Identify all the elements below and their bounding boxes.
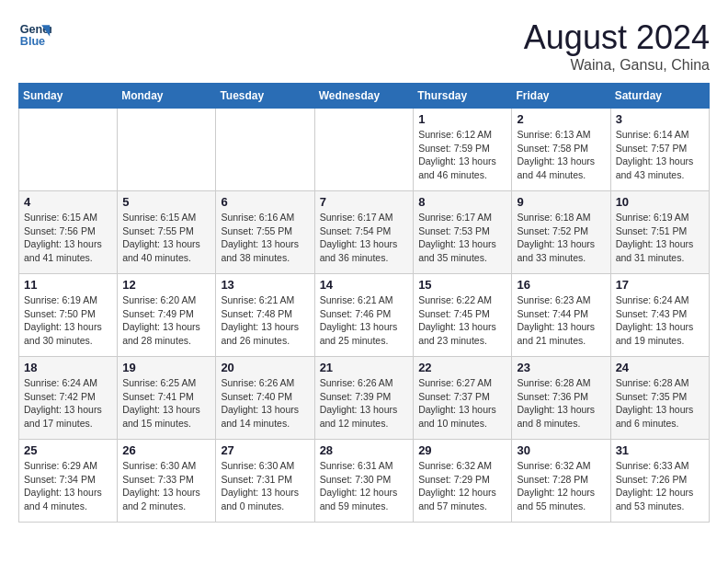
calendar-cell: 14Sunrise: 6:21 AM Sunset: 7:46 PM Dayli… [314, 274, 414, 357]
calendar-cell [19, 109, 118, 191]
day-info: Sunrise: 6:24 AM Sunset: 7:42 PM Dayligh… [24, 376, 112, 431]
day-number: 21 [320, 361, 409, 374]
day-info: Sunrise: 6:30 AM Sunset: 7:31 PM Dayligh… [221, 459, 309, 513]
calendar-cell: 3Sunrise: 6:14 AM Sunset: 7:57 PM Daylig… [610, 109, 709, 191]
day-info: Sunrise: 6:28 AM Sunset: 7:36 PM Dayligh… [517, 376, 605, 431]
calendar-cell [118, 109, 216, 191]
page-title: August 2024 [524, 18, 710, 57]
col-header-friday: Friday [512, 84, 610, 109]
day-number: 25 [24, 443, 112, 457]
day-number: 7 [320, 195, 409, 209]
day-number: 9 [517, 195, 605, 209]
calendar-week-row: 1Sunrise: 6:12 AM Sunset: 7:59 PM Daylig… [19, 109, 710, 191]
calendar-week-row: 4Sunrise: 6:15 AM Sunset: 7:56 PM Daylig… [19, 191, 710, 274]
day-info: Sunrise: 6:15 AM Sunset: 7:55 PM Dayligh… [122, 211, 210, 265]
day-info: Sunrise: 6:17 AM Sunset: 7:54 PM Dayligh… [320, 211, 409, 265]
calendar-header-row: SundayMondayTuesdayWednesdayThursdayFrid… [19, 84, 710, 109]
day-info: Sunrise: 6:26 AM Sunset: 7:39 PM Dayligh… [320, 376, 409, 431]
day-number: 8 [418, 195, 506, 209]
calendar-table: SundayMondayTuesdayWednesdayThursdayFrid… [18, 83, 710, 523]
day-number: 10 [616, 195, 704, 209]
calendar-cell: 26Sunrise: 6:30 AM Sunset: 7:33 PM Dayli… [118, 440, 216, 523]
col-header-thursday: Thursday [414, 84, 512, 109]
day-number: 5 [122, 195, 210, 209]
calendar-cell: 29Sunrise: 6:32 AM Sunset: 7:29 PM Dayli… [414, 440, 512, 523]
day-info: Sunrise: 6:24 AM Sunset: 7:43 PM Dayligh… [616, 293, 704, 348]
calendar-cell: 11Sunrise: 6:19 AM Sunset: 7:50 PM Dayli… [19, 274, 118, 357]
day-number: 22 [418, 361, 506, 374]
day-info: Sunrise: 6:21 AM Sunset: 7:46 PM Dayligh… [320, 293, 409, 348]
day-number: 3 [616, 112, 704, 126]
calendar-cell: 5Sunrise: 6:15 AM Sunset: 7:55 PM Daylig… [118, 191, 216, 274]
day-number: 13 [221, 278, 309, 292]
title-block: August 2024 Waina, Gansu, China [524, 18, 710, 74]
calendar-cell [314, 109, 414, 191]
day-number: 19 [122, 361, 210, 374]
calendar-cell: 12Sunrise: 6:20 AM Sunset: 7:49 PM Dayli… [118, 274, 216, 357]
day-number: 27 [221, 443, 309, 457]
day-info: Sunrise: 6:26 AM Sunset: 7:40 PM Dayligh… [221, 376, 309, 431]
day-info: Sunrise: 6:23 AM Sunset: 7:44 PM Dayligh… [517, 293, 605, 348]
logo-icon: General Blue [18, 18, 51, 52]
calendar-cell [216, 109, 314, 191]
col-header-sunday: Sunday [19, 84, 118, 109]
calendar-cell: 19Sunrise: 6:25 AM Sunset: 7:41 PM Dayli… [118, 357, 216, 440]
calendar-cell: 16Sunrise: 6:23 AM Sunset: 7:44 PM Dayli… [512, 274, 610, 357]
calendar-week-row: 11Sunrise: 6:19 AM Sunset: 7:50 PM Dayli… [19, 274, 710, 357]
col-header-saturday: Saturday [610, 84, 709, 109]
calendar-cell: 7Sunrise: 6:17 AM Sunset: 7:54 PM Daylig… [314, 191, 414, 274]
calendar-cell: 9Sunrise: 6:18 AM Sunset: 7:52 PM Daylig… [512, 191, 610, 274]
day-number: 31 [616, 443, 704, 457]
col-header-wednesday: Wednesday [314, 84, 414, 109]
calendar-cell: 2Sunrise: 6:13 AM Sunset: 7:58 PM Daylig… [512, 109, 610, 191]
day-info: Sunrise: 6:21 AM Sunset: 7:48 PM Dayligh… [221, 293, 309, 348]
day-info: Sunrise: 6:20 AM Sunset: 7:49 PM Dayligh… [122, 293, 210, 348]
calendar-cell: 20Sunrise: 6:26 AM Sunset: 7:40 PM Dayli… [216, 357, 314, 440]
calendar-cell: 30Sunrise: 6:32 AM Sunset: 7:28 PM Dayli… [512, 440, 610, 523]
day-info: Sunrise: 6:12 AM Sunset: 7:59 PM Dayligh… [418, 128, 506, 182]
day-number: 12 [122, 278, 210, 292]
day-info: Sunrise: 6:19 AM Sunset: 7:51 PM Dayligh… [616, 211, 704, 265]
day-number: 2 [517, 112, 605, 126]
calendar-cell: 17Sunrise: 6:24 AM Sunset: 7:43 PM Dayli… [610, 274, 709, 357]
day-number: 30 [517, 443, 605, 457]
calendar-cell: 10Sunrise: 6:19 AM Sunset: 7:51 PM Dayli… [610, 191, 709, 274]
day-number: 15 [418, 278, 506, 292]
day-info: Sunrise: 6:22 AM Sunset: 7:45 PM Dayligh… [418, 293, 506, 348]
day-number: 17 [616, 278, 704, 292]
day-info: Sunrise: 6:30 AM Sunset: 7:33 PM Dayligh… [122, 459, 210, 513]
col-header-monday: Monday [118, 84, 216, 109]
calendar-cell: 25Sunrise: 6:29 AM Sunset: 7:34 PM Dayli… [19, 440, 118, 523]
svg-text:Blue: Blue [20, 35, 45, 48]
calendar-week-row: 25Sunrise: 6:29 AM Sunset: 7:34 PM Dayli… [19, 440, 710, 523]
calendar-cell: 8Sunrise: 6:17 AM Sunset: 7:53 PM Daylig… [414, 191, 512, 274]
day-info: Sunrise: 6:31 AM Sunset: 7:30 PM Dayligh… [320, 459, 409, 513]
day-number: 16 [517, 278, 605, 292]
calendar-cell: 28Sunrise: 6:31 AM Sunset: 7:30 PM Dayli… [314, 440, 414, 523]
calendar-cell: 31Sunrise: 6:33 AM Sunset: 7:26 PM Dayli… [610, 440, 709, 523]
col-header-tuesday: Tuesday [216, 84, 314, 109]
day-number: 4 [24, 195, 112, 209]
calendar-week-row: 18Sunrise: 6:24 AM Sunset: 7:42 PM Dayli… [19, 357, 710, 440]
calendar-cell: 4Sunrise: 6:15 AM Sunset: 7:56 PM Daylig… [19, 191, 118, 274]
calendar-cell: 24Sunrise: 6:28 AM Sunset: 7:35 PM Dayli… [610, 357, 709, 440]
calendar-cell: 27Sunrise: 6:30 AM Sunset: 7:31 PM Dayli… [216, 440, 314, 523]
day-info: Sunrise: 6:13 AM Sunset: 7:58 PM Dayligh… [517, 128, 605, 182]
day-number: 18 [24, 361, 112, 374]
day-info: Sunrise: 6:32 AM Sunset: 7:29 PM Dayligh… [418, 459, 506, 513]
day-number: 14 [320, 278, 409, 292]
day-number: 26 [122, 443, 210, 457]
calendar-cell: 13Sunrise: 6:21 AM Sunset: 7:48 PM Dayli… [216, 274, 314, 357]
day-info: Sunrise: 6:27 AM Sunset: 7:37 PM Dayligh… [418, 376, 506, 431]
day-info: Sunrise: 6:25 AM Sunset: 7:41 PM Dayligh… [122, 376, 210, 431]
day-info: Sunrise: 6:32 AM Sunset: 7:28 PM Dayligh… [517, 459, 605, 513]
day-number: 29 [418, 443, 506, 457]
logo: General Blue [18, 18, 51, 52]
calendar-cell: 1Sunrise: 6:12 AM Sunset: 7:59 PM Daylig… [414, 109, 512, 191]
day-info: Sunrise: 6:33 AM Sunset: 7:26 PM Dayligh… [616, 459, 704, 513]
day-number: 23 [517, 361, 605, 374]
page-header: General Blue August 2024 Waina, Gansu, C… [18, 18, 710, 74]
calendar-cell: 21Sunrise: 6:26 AM Sunset: 7:39 PM Dayli… [314, 357, 414, 440]
day-info: Sunrise: 6:14 AM Sunset: 7:57 PM Dayligh… [616, 128, 704, 182]
calendar-cell: 6Sunrise: 6:16 AM Sunset: 7:55 PM Daylig… [216, 191, 314, 274]
